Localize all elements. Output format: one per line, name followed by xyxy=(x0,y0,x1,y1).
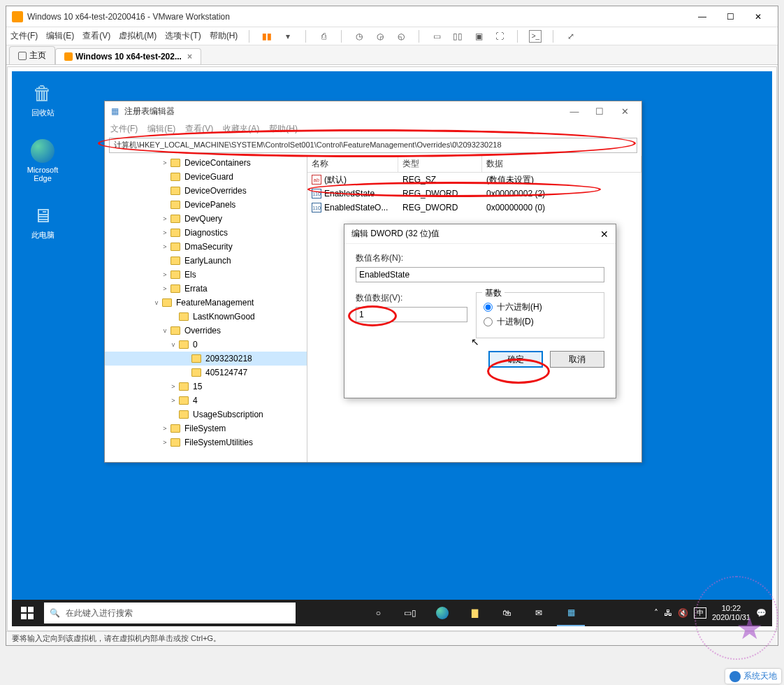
tree-item[interactable]: v0 xyxy=(105,338,307,352)
explorer-icon[interactable]: ▇ xyxy=(460,600,488,626)
registry-tree[interactable]: >DeviceContainersDeviceGuardDeviceOverri… xyxy=(105,156,307,462)
edge-taskbar-icon[interactable] xyxy=(428,600,456,626)
pause-icon[interactable]: ▮▮ xyxy=(261,30,273,43)
recycle-bin[interactable]: 🗑 回收站 xyxy=(22,80,64,118)
svg-rect-2 xyxy=(21,614,27,619)
tree-item[interactable]: vFeatureManagement xyxy=(105,296,307,310)
tree-item[interactable]: >DevQuery xyxy=(105,212,307,226)
col-type[interactable]: 类型 xyxy=(398,156,482,172)
dropdown-icon[interactable]: ▾ xyxy=(282,30,294,43)
tree-item[interactable]: 2093230218 xyxy=(105,352,307,366)
regedit-maximize[interactable]: ☐ xyxy=(587,106,612,117)
tree-item[interactable]: >Diagnostics xyxy=(105,226,307,240)
tray-chevron-icon[interactable]: ˄ xyxy=(654,608,658,618)
snapshot-revert-icon[interactable]: ◵ xyxy=(395,30,407,43)
regedit-menu-fav[interactable]: 收藏夹(A) xyxy=(223,123,259,135)
col-name[interactable]: 名称 xyxy=(307,156,398,172)
tree-toggle-icon[interactable]: > xyxy=(161,425,169,432)
tree-item[interactable]: DevicePanels xyxy=(105,198,307,212)
tree-toggle-icon[interactable]: > xyxy=(161,159,169,166)
radio-dec-row[interactable]: 十进制(D) xyxy=(484,316,597,328)
regedit-address-bar[interactable]: 计算机\HKEY_LOCAL_MACHINE\SYSTEM\ControlSet… xyxy=(109,138,637,153)
tree-toggle-icon[interactable]: > xyxy=(161,271,169,278)
tree-item[interactable]: UsageSubscription xyxy=(105,408,307,421)
taskbar-search[interactable]: 🔍 在此键入进行搜索 xyxy=(44,603,296,623)
tree-item[interactable]: 405124747 xyxy=(105,366,307,380)
tab-close-icon[interactable]: × xyxy=(187,52,192,62)
tree-item[interactable]: LastKnownGood xyxy=(105,310,307,324)
regedit-menu-edit[interactable]: 编辑(E) xyxy=(147,123,175,135)
snapshot-icon[interactable]: ◷ xyxy=(353,30,365,43)
tree-toggle-icon[interactable]: v xyxy=(152,299,161,306)
win10-desktop[interactable]: 🗑 回收站 Microsoft Edge 🖥 此电脑 ▦ 注册表编辑器 xyxy=(12,71,772,626)
store-icon[interactable]: 🛍 xyxy=(493,600,521,626)
tree-item[interactable]: DeviceOverrides xyxy=(105,184,307,198)
minimize-button[interactable]: — xyxy=(688,8,716,25)
tree-item[interactable]: vOverrides xyxy=(105,324,307,338)
tree-item[interactable]: >Errata xyxy=(105,282,307,296)
radio-hex-row[interactable]: 十六进制(H) xyxy=(484,301,597,313)
tray-volume-icon[interactable]: 🔇 xyxy=(678,608,688,618)
start-button[interactable] xyxy=(12,600,43,626)
view-split-icon[interactable]: ▯▯ xyxy=(451,30,464,43)
tab-guest[interactable]: Windows 10 x64-test-202... × xyxy=(55,48,201,64)
mail-icon[interactable]: ✉ xyxy=(525,600,553,626)
tree-toggle-icon[interactable]: > xyxy=(161,285,169,292)
cancel-button[interactable]: 取消 xyxy=(550,351,604,368)
value-row[interactable]: ab(默认)REG_SZ(数值未设置) xyxy=(307,173,641,187)
menu-tabs[interactable]: 选项卡(T) xyxy=(165,30,201,42)
tree-item[interactable]: DeviceGuard xyxy=(105,170,307,184)
tree-item[interactable]: EarlyLaunch xyxy=(105,254,307,268)
value-row[interactable]: 110EnabledStateREG_DWORD0x00000002 (2) xyxy=(307,187,641,201)
snapshot-manage-icon[interactable]: ◶ xyxy=(374,30,386,43)
stretch-icon[interactable]: ⤢ xyxy=(565,30,577,43)
tree-toggle-icon[interactable]: > xyxy=(169,383,177,390)
regedit-menu-view[interactable]: 查看(V) xyxy=(185,123,213,135)
tree-item[interactable]: >FileSystem xyxy=(105,421,307,435)
menu-file[interactable]: 文件(F) xyxy=(10,30,38,42)
send-ctrlaltdel-icon[interactable]: ⎙ xyxy=(317,30,330,43)
tree-item[interactable]: >15 xyxy=(105,380,307,394)
dword-data-input[interactable] xyxy=(356,307,467,322)
dword-close-icon[interactable]: ✕ xyxy=(600,229,609,240)
regedit-close[interactable]: ✕ xyxy=(612,106,637,117)
regedit-menu-help[interactable]: 帮助(H) xyxy=(269,123,298,135)
console-icon[interactable]: >_ xyxy=(529,30,542,43)
menu-view[interactable]: 查看(V) xyxy=(82,30,110,42)
menu-vm[interactable]: 虚拟机(M) xyxy=(119,30,157,42)
tree-toggle-icon[interactable]: v xyxy=(161,327,169,334)
tree-item[interactable]: >DeviceContainers xyxy=(105,156,307,170)
edge-shortcut[interactable]: Microsoft Edge xyxy=(22,138,64,182)
tree-item[interactable]: >FileSystemUtilities xyxy=(105,435,307,449)
ok-button[interactable]: 确定 xyxy=(488,351,543,368)
tree-toggle-icon[interactable]: > xyxy=(161,243,169,250)
value-row[interactable]: 110EnabledStateO...REG_DWORD0x00000000 (… xyxy=(307,201,641,215)
this-pc[interactable]: 🖥 此电脑 xyxy=(22,202,64,240)
tree-item[interactable]: >Els xyxy=(105,268,307,282)
tree-toggle-icon[interactable]: > xyxy=(161,229,169,236)
view-single-icon[interactable]: ▭ xyxy=(430,30,443,43)
tree-toggle-icon[interactable]: > xyxy=(161,215,169,222)
col-data[interactable]: 数据 xyxy=(482,156,641,172)
menu-help[interactable]: 帮助(H) xyxy=(210,30,238,42)
view-fullscreen-icon[interactable]: ⛶ xyxy=(493,30,506,43)
tab-home[interactable]: 主页 xyxy=(9,46,55,64)
regedit-menu-file[interactable]: 文件(F) xyxy=(110,123,138,135)
radio-dec[interactable] xyxy=(484,317,493,326)
view-unity-icon[interactable]: ▣ xyxy=(472,30,485,43)
menu-edit[interactable]: 编辑(E) xyxy=(46,30,74,42)
tree-item[interactable]: >4 xyxy=(105,394,307,408)
regedit-taskbar-icon[interactable]: ▦ xyxy=(557,600,585,626)
task-view-icon[interactable]: ▭▯ xyxy=(396,600,424,626)
tray-network-icon[interactable]: 🖧 xyxy=(664,608,672,618)
tree-toggle-icon[interactable]: v xyxy=(169,341,177,348)
tree-toggle-icon[interactable]: > xyxy=(169,397,177,404)
cortana-icon[interactable]: ○ xyxy=(364,600,392,626)
radio-hex[interactable] xyxy=(484,303,493,312)
regedit-minimize[interactable]: — xyxy=(562,106,587,117)
tree-item[interactable]: >DmaSecurity xyxy=(105,240,307,254)
maximize-button[interactable]: ☐ xyxy=(716,8,744,25)
close-button[interactable]: ✕ xyxy=(744,8,772,25)
dword-name-input[interactable] xyxy=(356,267,604,282)
tree-toggle-icon[interactable]: > xyxy=(161,439,169,446)
